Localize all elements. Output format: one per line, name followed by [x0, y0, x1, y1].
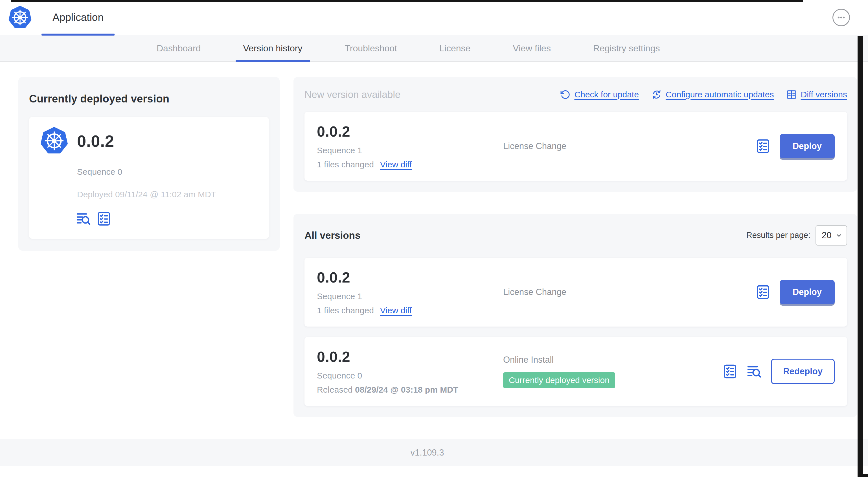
ellipsis-icon: [836, 12, 847, 23]
currently-deployed-badge: Currently deployed version: [503, 372, 615, 388]
deployed-version-card: 0.0.2 Sequence 0 Deployed 09/11/24 @ 11:…: [29, 117, 269, 239]
view-diff-link[interactable]: View diff: [380, 306, 412, 315]
released-date: 08/29/24 @ 03:18 pm MDT: [355, 385, 458, 394]
right-column: New version available Check for update C…: [293, 77, 857, 417]
screen-edge-artifact-corner: [861, 474, 868, 477]
files-changed-text: 1 files changed: [317, 160, 374, 169]
check-for-update-label: Check for update: [574, 90, 639, 99]
tab-label: Registry settings: [593, 43, 660, 54]
tab-registry-settings[interactable]: Registry settings: [586, 35, 668, 62]
active-app-underline: [41, 34, 115, 35]
released-prefix: Released: [317, 385, 355, 394]
version-sequence: Sequence 1: [317, 292, 503, 301]
diff-versions-label: Diff versions: [801, 90, 847, 99]
preflight-checks-button[interactable]: [722, 364, 738, 379]
version-source: Online Install: [503, 355, 554, 365]
app-tab[interactable]: Application: [41, 0, 115, 35]
new-version-panel: New version available Check for update C…: [293, 77, 857, 192]
logs-icon: [747, 364, 762, 379]
tab-license[interactable]: License: [432, 35, 478, 62]
version-row: 0.0.2 Sequence 1 1 files changed View di…: [305, 258, 847, 327]
files-changed-text: 1 files changed: [317, 306, 374, 315]
preflight-checks-button[interactable]: [755, 285, 771, 300]
new-version-card: 0.0.2 Sequence 1 1 files changed View di…: [305, 112, 847, 181]
version-number: 0.0.2: [317, 123, 503, 140]
tab-dashboard[interactable]: Dashboard: [149, 35, 209, 62]
deploy-button[interactable]: Deploy: [780, 280, 835, 304]
kubernetes-logo-icon: [8, 5, 32, 30]
new-version-title: New version available: [305, 89, 400, 100]
checklist-icon: [755, 139, 771, 154]
tab-version-history[interactable]: Version history: [236, 35, 310, 62]
currently-deployed-panel: Currently deployed version 0.0.2 Sequenc…: [18, 77, 280, 251]
checklist-icon: [755, 285, 771, 300]
app-header: Application: [0, 0, 868, 35]
released-timestamp: Released 08/29/24 @ 03:18 pm MDT: [317, 385, 503, 395]
deployed-timestamp: Deployed 09/11/24 @ 11:02 am MDT: [77, 190, 258, 199]
view-logs-button[interactable]: [747, 364, 762, 379]
version-sequence: Sequence 1: [317, 146, 503, 155]
checklist-icon: [96, 211, 112, 226]
app-window: Application Dashboard Version history Tr…: [0, 0, 868, 477]
tab-label: License: [439, 43, 470, 54]
chevron-down-icon: [835, 232, 843, 239]
view-logs-button[interactable]: [76, 211, 91, 226]
configure-automatic-updates-label: Configure automatic updates: [666, 90, 774, 99]
logs-icon: [76, 211, 91, 226]
deployed-sequence: Sequence 0: [77, 167, 258, 177]
active-tab-underline: [236, 60, 310, 62]
tab-view-files[interactable]: View files: [505, 35, 558, 62]
more-options-button[interactable]: [832, 9, 850, 26]
version-source: License Change: [503, 141, 566, 151]
version-row: 0.0.2 Sequence 0 Released 08/29/24 @ 03:…: [305, 337, 847, 406]
currently-deployed-title: Currently deployed version: [29, 93, 269, 105]
version-source: License Change: [503, 287, 566, 297]
deployed-version-number: 0.0.2: [77, 131, 114, 150]
version-rows: 0.0.2 Sequence 1 1 files changed View di…: [305, 258, 847, 406]
tab-troubleshoot[interactable]: Troubleshoot: [337, 35, 405, 62]
main-content: Currently deployed version 0.0.2 Sequenc…: [0, 62, 868, 439]
app-title: Application: [53, 11, 103, 23]
all-versions-panel: All versions Results per page: 20 0.0.2: [293, 214, 857, 417]
version-number: 0.0.2: [317, 348, 503, 365]
screen-edge-artifact-top: [11, 0, 803, 2]
preflight-checks-button[interactable]: [755, 139, 771, 154]
results-per-page-value: 20: [822, 230, 831, 240]
deploy-button[interactable]: Deploy: [780, 134, 835, 158]
tab-bar: Dashboard Version history Troubleshoot L…: [0, 35, 868, 62]
results-per-page-select[interactable]: 20: [815, 225, 847, 245]
version-sequence: Sequence 0: [317, 371, 503, 381]
admin-console-version: v1.109.3: [410, 448, 444, 458]
tab-label: View files: [513, 43, 551, 54]
auto-update-clock-icon: [651, 89, 662, 100]
kubernetes-app-icon: [40, 126, 69, 156]
tab-label: Troubleshoot: [345, 43, 397, 54]
footer: v1.109.3: [0, 439, 868, 466]
all-versions-title: All versions: [305, 230, 360, 241]
diff-versions-link[interactable]: Diff versions: [786, 89, 847, 100]
diff-icon: [786, 89, 797, 100]
refresh-icon: [560, 89, 570, 100]
tab-label: Version history: [243, 43, 303, 54]
preflight-checks-button[interactable]: [96, 211, 112, 226]
tab-label: Dashboard: [157, 43, 201, 54]
view-diff-link[interactable]: View diff: [380, 160, 412, 169]
version-number: 0.0.2: [317, 269, 503, 286]
screen-edge-artifact-right: [858, 36, 863, 477]
new-version-actions: Check for update Configure automatic upd…: [560, 89, 847, 100]
check-for-update-link[interactable]: Check for update: [560, 89, 639, 100]
results-per-page-label: Results per page:: [746, 231, 810, 240]
redeploy-button[interactable]: Redeploy: [771, 359, 835, 384]
configure-automatic-updates-link[interactable]: Configure automatic updates: [651, 89, 774, 100]
checklist-icon: [722, 364, 738, 379]
